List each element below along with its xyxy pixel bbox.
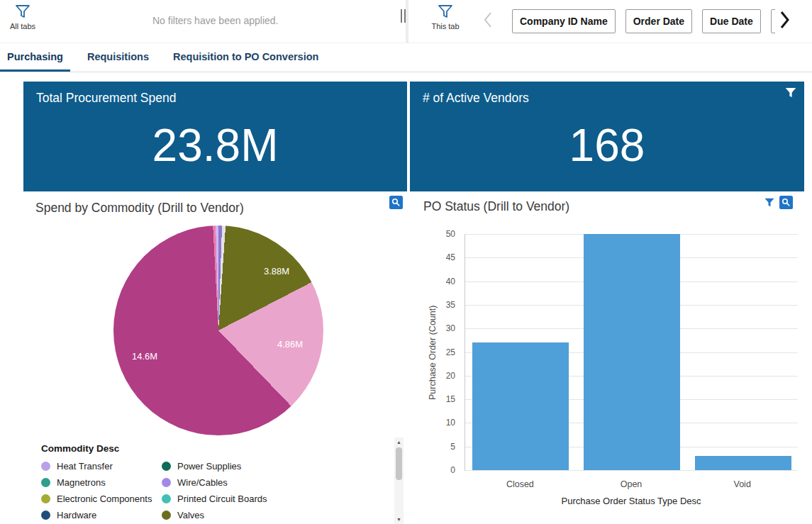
legend-scrollbar[interactable]: ▲ ▼ [394,437,404,524]
y-tick-label: 30 [433,323,455,333]
all-tabs-filter-button[interactable]: All tabs [0,4,45,30]
bar-void[interactable] [695,456,791,470]
legend-swatch [41,462,50,471]
filter-funnel-icon [438,9,453,21]
x-tick-label: Void [686,479,798,489]
legend-title: Commodity Desc [41,443,119,454]
kpi-value: 23.8M [23,123,407,168]
legend-label: Hardware [57,510,96,520]
y-tick-label: 10 [433,418,455,428]
legend-item-heat-transfer[interactable]: Heat Transfer [41,458,162,474]
filter-chip-v[interactable]: V [771,9,775,33]
legend-item-valves[interactable]: Valves [162,507,304,523]
tab-purchasing[interactable]: Purchasing [0,44,70,72]
filter-funnel-icon-small[interactable] [764,197,775,208]
legend-swatch [162,462,171,471]
y-tick-label: 15 [433,394,455,404]
filter-funnel-icon-white[interactable] [784,87,797,101]
legend-label: Magnetrons [57,477,106,488]
panel-divider [406,0,408,43]
legend-label: Heat Transfer [57,461,113,472]
legend-label: Valves [177,510,204,520]
bar-closed[interactable] [472,342,569,470]
no-filters-message: No filters have been applied. [152,15,278,26]
legend-swatch [162,511,171,520]
tab-requisitions[interactable]: Requisitions [80,44,156,72]
y-tick-label: 35 [433,300,455,310]
tab-bar: PurchasingRequisitionsRequisition to PO … [0,44,812,72]
legend-swatch [41,478,50,487]
pie-slice-label: 3.88M [264,266,289,277]
y-axis-ticks: 05101520253035404550 [437,234,460,471]
filter-bar: All tabs No filters have been applied. T… [0,0,812,43]
y-tick-label: 5 [433,442,455,452]
scrollbar-thumb[interactable] [396,447,402,480]
filter-chip-company-id-name[interactable]: Company ID Name [512,9,616,33]
kpi-total-procurement-spend[interactable]: Total Procurement Spend 23.8M [23,82,407,191]
legend-item-printed-circuit-boards[interactable]: Printed Circuit Boards [162,491,304,507]
bar-widget-title: PO Status (Drill to Vendor) [423,199,569,214]
y-tick-label: 45 [433,252,455,262]
pie-widget-title: Spend by Commodity (Drill to Vendor) [35,201,244,216]
bar-plot [465,234,798,471]
legend-label: Wire/Cables [177,477,228,488]
legend-label: Power Supplies [177,461,241,472]
pie-chart[interactable] [113,225,323,435]
splitter-handle[interactable] [401,9,406,23]
kpi-value: 168 [410,123,804,168]
filter-funnel-icon [15,9,30,21]
chevron-left-icon[interactable] [483,11,493,32]
legend-label: Printed Circuit Boards [177,494,267,504]
x-tick-label: Closed [465,479,576,489]
chevron-right-icon[interactable] [778,9,791,33]
legend-item-electronic-components[interactable]: Electronic Components [41,491,162,507]
filter-chip-order-date[interactable]: Order Date [625,9,692,33]
all-tabs-label: All tabs [0,22,45,30]
y-tick-label: 50 [433,229,455,239]
explore-magnifier-icon[interactable] [389,196,403,209]
y-tick-label: 0 [433,465,455,475]
this-tab-filter-button[interactable]: This tab [423,4,468,30]
legend-item-magnetrons[interactable]: Magnetrons [41,474,162,491]
x-axis-title: Purchase Order Status Type Desc [465,496,798,506]
pie-slice-label: 4.86M [277,339,303,350]
filter-chips: Company ID NameOrder DateDue DateV [512,9,775,33]
legend-swatch [41,494,50,503]
y-tick-label: 25 [433,347,455,357]
legend-swatch [162,478,171,487]
kpi-title: Total Procurement Spend [36,91,176,106]
legend-item-wire-cables[interactable]: Wire/Cables [162,474,304,491]
legend-swatch [162,494,171,503]
tab-requisition-to-po-conversion[interactable]: Requisition to PO Conversion [166,44,326,72]
pie-legend: Heat TransferMagnetronsElectronic Compon… [41,458,304,523]
bar-open[interactable] [584,234,680,470]
legend-label: Electronic Components [57,494,152,504]
legend-item-hardware[interactable]: Hardware [41,507,162,523]
legend-item-power-supplies[interactable]: Power Supplies [162,458,304,474]
triangle-down-icon[interactable]: ▼ [394,517,404,522]
x-tick-label: Open [576,479,687,489]
pie-slice-label: 14.6M [132,351,157,362]
y-tick-label: 20 [433,371,455,381]
filter-chip-due-date[interactable]: Due Date [702,9,761,33]
triangle-up-icon[interactable]: ▲ [394,440,404,445]
kpi-title: # of Active Vendors [423,91,529,106]
kpi-active-vendors[interactable]: # of Active Vendors 168 [410,82,804,191]
legend-swatch [41,511,50,520]
explore-magnifier-icon[interactable] [779,196,793,209]
x-axis-ticks: ClosedOpenVoid [465,479,798,489]
gridline [465,470,798,471]
this-tab-label: This tab [423,22,468,30]
y-tick-label: 40 [433,277,455,286]
